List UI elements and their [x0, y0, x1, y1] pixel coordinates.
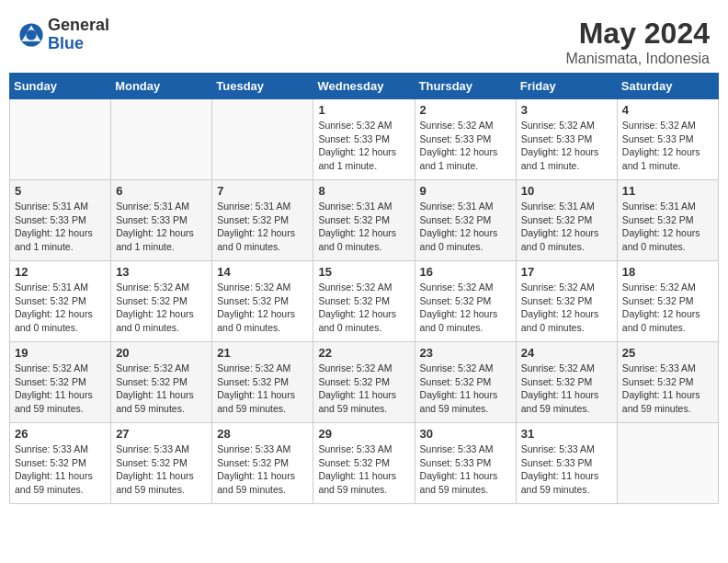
- th-friday: Friday: [516, 74, 617, 99]
- cell-w1-d3: [212, 99, 313, 180]
- cell-w5-d6: 31Sunrise: 5:33 AM Sunset: 5:33 PM Dayli…: [516, 423, 617, 504]
- day-number-26: 26: [15, 427, 106, 441]
- day-number-14: 14: [217, 265, 308, 279]
- day-number-3: 3: [521, 103, 612, 117]
- cell-w2-d1: 5Sunrise: 5:31 AM Sunset: 5:33 PM Daylig…: [10, 180, 111, 261]
- day-info-3: Sunrise: 5:32 AM Sunset: 5:33 PM Dayligh…: [521, 119, 612, 173]
- cell-w1-d1: [10, 99, 111, 180]
- day-number-10: 10: [521, 184, 612, 198]
- logo-general-text: General: [48, 17, 109, 35]
- week-row-2: 5Sunrise: 5:31 AM Sunset: 5:33 PM Daylig…: [10, 180, 719, 261]
- cell-w3-d1: 12Sunrise: 5:31 AM Sunset: 5:32 PM Dayli…: [10, 261, 111, 342]
- day-info-1: Sunrise: 5:32 AM Sunset: 5:33 PM Dayligh…: [318, 119, 409, 173]
- day-number-29: 29: [318, 427, 409, 441]
- cell-w4-d6: 24Sunrise: 5:32 AM Sunset: 5:32 PM Dayli…: [516, 342, 617, 423]
- cell-w2-d3: 7Sunrise: 5:31 AM Sunset: 5:32 PM Daylig…: [212, 180, 313, 261]
- logo-text: General Blue: [48, 17, 109, 53]
- day-info-19: Sunrise: 5:32 AM Sunset: 5:32 PM Dayligh…: [15, 362, 106, 416]
- logo-blue-text: Blue: [48, 35, 109, 53]
- day-number-22: 22: [318, 346, 409, 360]
- day-info-31: Sunrise: 5:33 AM Sunset: 5:33 PM Dayligh…: [521, 442, 612, 497]
- day-number-4: 4: [622, 103, 713, 117]
- week-row-3: 12Sunrise: 5:31 AM Sunset: 5:32 PM Dayli…: [10, 261, 719, 342]
- day-number-6: 6: [116, 184, 207, 198]
- day-info-4: Sunrise: 5:32 AM Sunset: 5:33 PM Dayligh…: [622, 119, 713, 173]
- th-thursday: Thursday: [415, 74, 516, 99]
- cell-w5-d3: 28Sunrise: 5:33 AM Sunset: 5:32 PM Dayli…: [212, 423, 313, 504]
- day-number-9: 9: [420, 184, 511, 198]
- logo-icon: [18, 22, 44, 48]
- cell-w4-d5: 23Sunrise: 5:32 AM Sunset: 5:32 PM Dayli…: [415, 342, 516, 423]
- cell-w2-d6: 10Sunrise: 5:31 AM Sunset: 5:32 PM Dayli…: [516, 180, 617, 261]
- day-number-12: 12: [15, 265, 106, 279]
- cell-w3-d7: 18Sunrise: 5:32 AM Sunset: 5:32 PM Dayli…: [617, 261, 718, 342]
- day-info-14: Sunrise: 5:32 AM Sunset: 5:32 PM Dayligh…: [217, 281, 308, 335]
- cell-w2-d4: 8Sunrise: 5:31 AM Sunset: 5:32 PM Daylig…: [313, 180, 415, 261]
- cell-w2-d2: 6Sunrise: 5:31 AM Sunset: 5:33 PM Daylig…: [111, 180, 212, 261]
- day-info-13: Sunrise: 5:32 AM Sunset: 5:32 PM Dayligh…: [116, 281, 207, 335]
- day-number-23: 23: [420, 346, 511, 360]
- cell-w4-d3: 21Sunrise: 5:32 AM Sunset: 5:32 PM Dayli…: [212, 342, 313, 423]
- day-info-15: Sunrise: 5:32 AM Sunset: 5:32 PM Dayligh…: [318, 281, 409, 335]
- cell-w3-d2: 13Sunrise: 5:32 AM Sunset: 5:32 PM Dayli…: [111, 261, 212, 342]
- day-info-17: Sunrise: 5:32 AM Sunset: 5:32 PM Dayligh…: [521, 281, 612, 335]
- cell-w5-d1: 26Sunrise: 5:33 AM Sunset: 5:32 PM Dayli…: [10, 423, 111, 504]
- cell-w1-d2: [111, 99, 212, 180]
- day-info-23: Sunrise: 5:32 AM Sunset: 5:32 PM Dayligh…: [420, 362, 511, 416]
- day-info-30: Sunrise: 5:33 AM Sunset: 5:33 PM Dayligh…: [420, 442, 511, 497]
- day-info-24: Sunrise: 5:32 AM Sunset: 5:32 PM Dayligh…: [521, 362, 612, 416]
- day-info-6: Sunrise: 5:31 AM Sunset: 5:33 PM Dayligh…: [116, 200, 207, 254]
- day-info-21: Sunrise: 5:32 AM Sunset: 5:32 PM Dayligh…: [217, 362, 308, 416]
- cell-w1-d5: 2Sunrise: 5:32 AM Sunset: 5:33 PM Daylig…: [415, 99, 516, 180]
- day-number-28: 28: [217, 427, 308, 441]
- th-monday: Monday: [111, 74, 212, 99]
- day-number-13: 13: [116, 265, 207, 279]
- day-number-19: 19: [15, 346, 106, 360]
- day-number-16: 16: [420, 265, 511, 279]
- calendar-table: Sunday Monday Tuesday Wednesday Thursday…: [9, 73, 719, 504]
- svg-point-2: [26, 29, 36, 40]
- week-row-5: 26Sunrise: 5:33 AM Sunset: 5:32 PM Dayli…: [10, 423, 719, 504]
- cell-w5-d7: [617, 423, 718, 504]
- day-number-8: 8: [318, 184, 409, 198]
- cell-w5-d5: 30Sunrise: 5:33 AM Sunset: 5:33 PM Dayli…: [415, 423, 516, 504]
- day-number-11: 11: [622, 184, 713, 198]
- day-info-22: Sunrise: 5:32 AM Sunset: 5:32 PM Dayligh…: [318, 362, 409, 416]
- day-info-28: Sunrise: 5:33 AM Sunset: 5:32 PM Dayligh…: [217, 442, 308, 497]
- day-info-18: Sunrise: 5:32 AM Sunset: 5:32 PM Dayligh…: [622, 281, 713, 335]
- header: General Blue May 2024 Manismata, Indones…: [9, 9, 719, 73]
- day-info-27: Sunrise: 5:33 AM Sunset: 5:32 PM Dayligh…: [116, 442, 207, 497]
- th-saturday: Saturday: [617, 74, 718, 99]
- cell-w2-d7: 11Sunrise: 5:31 AM Sunset: 5:32 PM Dayli…: [617, 180, 718, 261]
- cell-w3-d6: 17Sunrise: 5:32 AM Sunset: 5:32 PM Dayli…: [516, 261, 617, 342]
- cell-w3-d5: 16Sunrise: 5:32 AM Sunset: 5:32 PM Dayli…: [415, 261, 516, 342]
- title-area: May 2024 Manismata, Indonesia: [565, 17, 710, 67]
- calendar-header: Sunday Monday Tuesday Wednesday Thursday…: [10, 74, 719, 99]
- day-info-5: Sunrise: 5:31 AM Sunset: 5:33 PM Dayligh…: [15, 200, 106, 254]
- day-info-2: Sunrise: 5:32 AM Sunset: 5:33 PM Dayligh…: [420, 119, 511, 173]
- th-tuesday: Tuesday: [212, 74, 313, 99]
- day-info-16: Sunrise: 5:32 AM Sunset: 5:32 PM Dayligh…: [420, 281, 511, 335]
- day-info-20: Sunrise: 5:32 AM Sunset: 5:32 PM Dayligh…: [116, 362, 207, 416]
- cell-w1-d4: 1Sunrise: 5:32 AM Sunset: 5:33 PM Daylig…: [313, 99, 415, 180]
- cell-w4-d7: 25Sunrise: 5:33 AM Sunset: 5:32 PM Dayli…: [617, 342, 718, 423]
- weekday-header-row: Sunday Monday Tuesday Wednesday Thursday…: [10, 74, 719, 99]
- day-number-21: 21: [217, 346, 308, 360]
- cell-w4-d1: 19Sunrise: 5:32 AM Sunset: 5:32 PM Dayli…: [10, 342, 111, 423]
- cell-w3-d4: 15Sunrise: 5:32 AM Sunset: 5:32 PM Dayli…: [313, 261, 415, 342]
- day-number-2: 2: [420, 103, 511, 117]
- day-number-5: 5: [15, 184, 106, 198]
- day-info-25: Sunrise: 5:33 AM Sunset: 5:32 PM Dayligh…: [622, 362, 713, 416]
- day-number-20: 20: [116, 346, 207, 360]
- day-number-15: 15: [318, 265, 409, 279]
- cell-w1-d7: 4Sunrise: 5:32 AM Sunset: 5:33 PM Daylig…: [617, 99, 718, 180]
- day-info-8: Sunrise: 5:31 AM Sunset: 5:32 PM Dayligh…: [318, 200, 409, 254]
- cell-w5-d4: 29Sunrise: 5:33 AM Sunset: 5:32 PM Dayli…: [313, 423, 415, 504]
- calendar-body: 1Sunrise: 5:32 AM Sunset: 5:33 PM Daylig…: [10, 99, 719, 504]
- day-info-11: Sunrise: 5:31 AM Sunset: 5:32 PM Dayligh…: [622, 200, 713, 254]
- week-row-1: 1Sunrise: 5:32 AM Sunset: 5:33 PM Daylig…: [10, 99, 719, 180]
- week-row-4: 19Sunrise: 5:32 AM Sunset: 5:32 PM Dayli…: [10, 342, 719, 423]
- day-info-26: Sunrise: 5:33 AM Sunset: 5:32 PM Dayligh…: [15, 442, 106, 497]
- cell-w2-d5: 9Sunrise: 5:31 AM Sunset: 5:32 PM Daylig…: [415, 180, 516, 261]
- cell-w4-d2: 20Sunrise: 5:32 AM Sunset: 5:32 PM Dayli…: [111, 342, 212, 423]
